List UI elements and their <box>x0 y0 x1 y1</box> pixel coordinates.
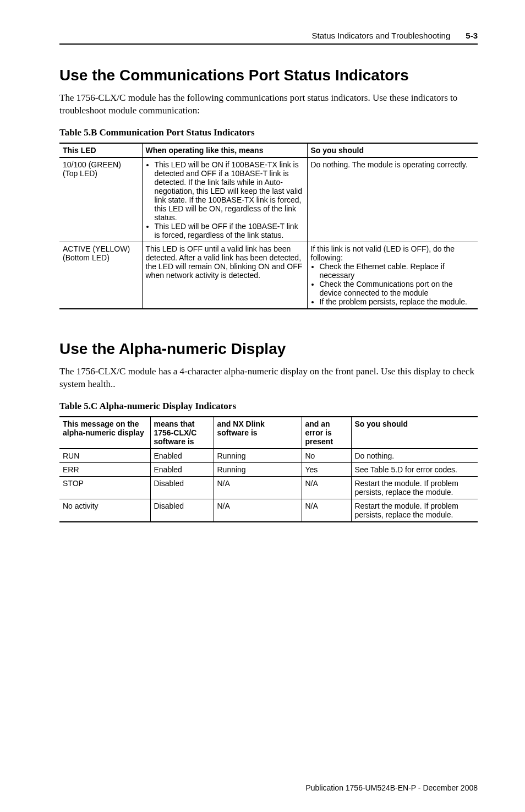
header-rule <box>59 43 478 45</box>
cell: Disabled <box>150 499 214 522</box>
cell: See Table 5.D for error codes. <box>351 462 478 476</box>
cell: N/A <box>302 476 351 499</box>
table-row: ACTIVE (YELLOW) (Bottom LED) This LED is… <box>59 242 478 309</box>
cell: Yes <box>302 462 351 476</box>
table-row: 10/100 (GREEN) (Top LED) This LED will b… <box>59 157 478 242</box>
th-means: When operating like this, means <box>142 143 307 157</box>
cell-means: This LED is OFF until a valid link has b… <box>142 242 307 309</box>
cell-led: 10/100 (GREEN) (Top LED) <box>59 157 142 242</box>
cell: Running <box>214 462 302 476</box>
cell-should-pre: If this link is not valid (LED is OFF), … <box>311 244 455 262</box>
section-body-2: The 1756-CLX/C module has a 4-character … <box>59 366 478 391</box>
th-dlink: and NX Dlink software is <box>214 417 302 449</box>
footer-publication: Publication 1756-UM524B-EN-P - December … <box>305 783 478 792</box>
th-should: So you should <box>351 417 478 449</box>
cell: Running <box>214 449 302 463</box>
cell: N/A <box>214 499 302 522</box>
table-row: RUN Enabled Running No Do nothing. <box>59 449 478 463</box>
cell: No <box>302 449 351 463</box>
cell: ERR <box>59 462 150 476</box>
table-caption-2: Table 5.C Alpha-numeric Display Indicato… <box>59 401 478 412</box>
cell: Restart the module. If problem persists,… <box>351 499 478 522</box>
cell: Enabled <box>150 462 214 476</box>
list-item: Check the Communications port on the dev… <box>320 280 475 297</box>
table-row: ERR Enabled Running Yes See Table 5.D fo… <box>59 462 478 476</box>
cell-should: If this link is not valid (LED is OFF), … <box>307 242 478 309</box>
cell: No activity <box>59 499 150 522</box>
cell: N/A <box>302 499 351 522</box>
list-item: If the problem persists, replace the mod… <box>320 297 475 306</box>
cell: STOP <box>59 476 150 499</box>
th-message: This message on the alpha-numeric displa… <box>59 417 150 449</box>
th-led: This LED <box>59 143 142 157</box>
list-item: Check the Ethernet cable. Replace if nec… <box>320 262 475 280</box>
cell: RUN <box>59 449 150 463</box>
th-error: and an error is present <box>302 417 351 449</box>
section-body-1: The 1756-CLX/C module has the following … <box>59 92 478 117</box>
th-should: So you should <box>307 143 478 157</box>
cell-led: ACTIVE (YELLOW) (Bottom LED) <box>59 242 142 309</box>
cell: Enabled <box>150 449 214 463</box>
running-header: Status Indicators and Troubleshooting 5-… <box>59 31 478 40</box>
table-5c: This message on the alpha-numeric displa… <box>59 416 478 522</box>
table-5b: This LED When operating like this, means… <box>59 143 478 309</box>
th-clxc: means that 1756-CLX/C software is <box>150 417 214 449</box>
cell: Restart the module. If problem persists,… <box>351 476 478 499</box>
cell-should: Do nothing. The module is operating corr… <box>307 157 478 242</box>
cell: N/A <box>214 476 302 499</box>
table-row: No activity Disabled N/A N/A Restart the… <box>59 499 478 522</box>
cell-means: This LED will be ON if 100BASE-TX link i… <box>142 157 307 242</box>
cell: Do nothing. <box>351 449 478 463</box>
page-number: 5-3 <box>466 31 478 40</box>
section-heading-1: Use the Communications Port Status Indic… <box>59 67 478 84</box>
list-item: This LED will be ON if 100BASE-TX link i… <box>155 160 304 222</box>
table-caption-1: Table 5.B Communication Port Status Indi… <box>59 127 478 138</box>
cell: Disabled <box>150 476 214 499</box>
list-item: This LED will be OFF if the 10BASE-T lin… <box>155 222 304 239</box>
running-title: Status Indicators and Troubleshooting <box>311 31 450 40</box>
table-row: STOP Disabled N/A N/A Restart the module… <box>59 476 478 499</box>
section-heading-2: Use the Alpha-numeric Display <box>59 340 478 358</box>
